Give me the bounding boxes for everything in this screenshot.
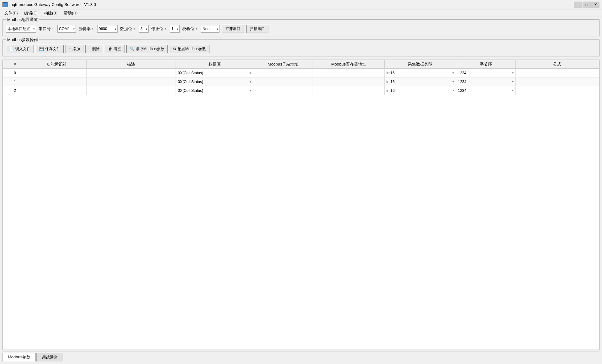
parity-select-wrapper: None Even Odd Mark Space — [201, 25, 219, 33]
cell-regaddr[interactable] — [313, 77, 384, 86]
params-ops-title: Modbus参数操作 — [6, 37, 39, 43]
scan-port-button[interactable]: 扫描串口 — [246, 25, 268, 33]
baud-label: 波特率： — [78, 26, 95, 32]
menu-file[interactable]: 文件(F) — [1, 10, 21, 17]
config-params-button[interactable]: ⚙ 配置Modbus参数 — [170, 45, 210, 53]
cell-funcid[interactable] — [27, 69, 87, 77]
stopbits-label: 停止位： — [151, 26, 167, 32]
byteorder-dropdown-icon: ▾ — [512, 80, 514, 83]
datatype-dropdown-icon: ▾ — [452, 71, 454, 75]
col-header-formula: 公式 — [515, 60, 599, 69]
cell-desc[interactable] — [87, 77, 176, 86]
col-header-desc: 描述 — [87, 60, 176, 69]
databits-select[interactable]: 8 7 6 5 — [139, 25, 149, 33]
cell-funcid[interactable] — [27, 77, 87, 86]
minimize-button[interactable]: ─ — [574, 2, 582, 8]
params-toolbar: 📄 调入文件 💾 保存文件 + 添加 − 删除 🗑 清空 🔍 读取Modbu — [6, 45, 596, 53]
close-button[interactable]: ✕ — [591, 2, 599, 8]
databits-select-wrapper: 8 7 6 5 — [139, 25, 149, 33]
cell-funcid[interactable] — [27, 86, 87, 95]
main-content: Modbus配置通道 本地串口配置 远程配置 串口号： COM1 COM2 CO… — [0, 17, 602, 364]
config-icon: ⚙ — [173, 47, 177, 51]
table-row[interactable]: 0 0X(Coil Status) ▾ int16 ▾ 1234 — [3, 69, 599, 77]
cell-desc[interactable] — [87, 69, 176, 77]
col-header-regaddr: Modbus寄存器地址 — [313, 60, 384, 69]
add-icon: + — [69, 47, 71, 51]
menu-help[interactable]: 帮助(H) — [61, 10, 81, 17]
menu-edit[interactable]: 编辑(E) — [21, 10, 41, 17]
cell-dataarea[interactable]: 0X(Coil Status) ▾ — [176, 77, 253, 86]
serial-config-group: Modbus配置通道 本地串口配置 远程配置 串口号： COM1 COM2 CO… — [3, 19, 599, 36]
stopbits-select-wrapper: 1 2 — [170, 25, 180, 33]
col-header-datatype: 采集数据类型 — [384, 60, 456, 69]
cell-datatype[interactable]: int16 ▾ — [384, 69, 456, 77]
table-row[interactable]: 2 0X(Coil Status) ▾ int16 ▾ 1234 — [3, 86, 599, 95]
cell-dataarea[interactable]: 0X(Coil Status) ▾ — [176, 69, 253, 77]
datatype-dropdown-icon: ▾ — [452, 80, 454, 83]
cell-index: 2 — [3, 86, 27, 95]
cell-regaddr[interactable] — [313, 86, 384, 95]
col-header-funcid: 功能标识符 — [27, 60, 87, 69]
clear-icon: 🗑 — [108, 47, 112, 51]
cell-dataarea[interactable]: 0X(Coil Status) ▾ — [176, 86, 253, 95]
data-table: # 功能标识符 描述 数据区 Modbus子站地址 Modbus寄存器地址 采集… — [3, 60, 599, 95]
table-header-row: # 功能标识符 描述 数据区 Modbus子站地址 Modbus寄存器地址 采集… — [3, 60, 599, 69]
cell-slaveaddr[interactable] — [253, 86, 313, 95]
col-header-slaveaddr: Modbus子站地址 — [253, 60, 313, 69]
cell-formula[interactable] — [515, 77, 599, 86]
menu-build[interactable]: 构建(B) — [41, 10, 61, 17]
cell-byteorder[interactable]: 1234 ▾ — [456, 86, 515, 95]
cell-regaddr[interactable] — [313, 69, 384, 77]
cell-slaveaddr[interactable] — [253, 77, 313, 86]
col-header-index: # — [3, 60, 27, 69]
load-file-button[interactable]: 📄 调入文件 — [6, 45, 34, 53]
cell-datatype[interactable]: int16 ▾ — [384, 86, 456, 95]
col-header-byteorder: 字节序 — [456, 60, 515, 69]
serial-config-title: Modbus配置通道 — [6, 17, 39, 23]
databits-label: 数据位： — [120, 26, 136, 32]
parity-label: 校验位： — [182, 26, 198, 32]
maximize-button[interactable]: □ — [583, 2, 591, 8]
menu-bar: 文件(F) 编辑(E) 构建(B) 帮助(H) — [0, 9, 602, 17]
stopbits-select[interactable]: 1 2 — [170, 25, 180, 33]
tab-debug-channel[interactable]: 调试通道 — [36, 353, 63, 361]
datatype-dropdown-icon: ▾ — [452, 89, 454, 92]
port-select[interactable]: COM1 COM2 COM3 COM4 — [57, 25, 76, 33]
baud-select-wrapper: 9600 19200 38400 57600 115200 — [97, 25, 118, 33]
cell-index: 0 — [3, 69, 27, 77]
cell-index: 1 — [3, 77, 27, 86]
title-bar: mqtt-modbus Gateway Config Software - V1… — [0, 0, 602, 9]
app-icon — [3, 2, 8, 7]
cell-byteorder[interactable]: 1234 ▾ — [456, 69, 515, 77]
cell-datatype[interactable]: int16 ▾ — [384, 77, 456, 86]
parity-select[interactable]: None Even Odd Mark Space — [201, 25, 219, 33]
title-bar-controls: ─ □ ✕ — [574, 2, 599, 8]
clear-button[interactable]: 🗑 清空 — [105, 45, 124, 53]
cell-formula[interactable] — [515, 69, 599, 77]
mode-select[interactable]: 本地串口配置 远程配置 — [6, 25, 36, 33]
cell-byteorder[interactable]: 1234 ▾ — [456, 77, 515, 86]
tab-modbus-params[interactable]: Modbus参数 — [3, 353, 36, 361]
dataarea-dropdown-icon: ▾ — [250, 80, 251, 83]
read-params-button[interactable]: 🔍 读取Modbus参数 — [126, 45, 168, 53]
baud-select[interactable]: 9600 19200 38400 57600 115200 — [97, 25, 118, 33]
delete-button[interactable]: − 删除 — [85, 45, 103, 53]
cell-desc[interactable] — [87, 86, 176, 95]
col-header-dataarea: 数据区 — [176, 60, 253, 69]
title-bar-title: mqtt-modbus Gateway Config Software - V1… — [9, 2, 96, 7]
add-button[interactable]: + 添加 — [66, 45, 83, 53]
port-select-wrapper: COM1 COM2 COM3 COM4 — [57, 25, 76, 33]
byteorder-dropdown-icon: ▾ — [512, 89, 514, 92]
file-open-icon: 📄 — [9, 47, 14, 51]
save-file-button[interactable]: 💾 保存文件 — [36, 45, 64, 53]
cell-slaveaddr[interactable] — [253, 69, 313, 77]
cell-formula[interactable] — [515, 86, 599, 95]
byteorder-dropdown-icon: ▾ — [512, 71, 514, 75]
file-save-icon: 💾 — [39, 47, 44, 51]
table-row[interactable]: 1 0X(Coil Status) ▾ int16 ▾ 1234 — [3, 77, 599, 86]
open-port-button[interactable]: 打开串口 — [222, 25, 244, 33]
port-label: 串口号： — [39, 26, 55, 32]
serial-config-row: 本地串口配置 远程配置 串口号： COM1 COM2 COM3 COM4 波特率… — [6, 25, 596, 33]
params-ops-group: Modbus参数操作 📄 调入文件 💾 保存文件 + 添加 − 删除 🗑 清空 — [3, 40, 599, 56]
delete-icon: − — [89, 47, 91, 51]
